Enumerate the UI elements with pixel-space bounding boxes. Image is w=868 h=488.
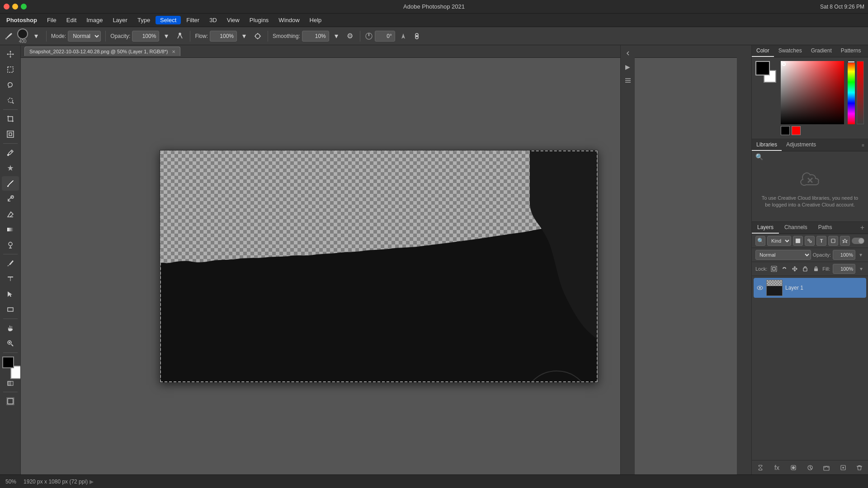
screen-mode-btn[interactable] bbox=[2, 394, 19, 408]
brush-tool-icon[interactable] bbox=[4, 31, 14, 42]
opacity-input[interactable] bbox=[132, 31, 159, 42]
heal-tool[interactable] bbox=[2, 161, 19, 175]
libraries-panel-collapse[interactable]: ≡ bbox=[858, 143, 868, 148]
crop-tool[interactable] bbox=[2, 112, 19, 126]
lock-position-btn[interactable] bbox=[791, 264, 799, 273]
panel-options-btn[interactable] bbox=[622, 74, 634, 87]
smoothing-input[interactable] bbox=[302, 31, 329, 42]
dodge-tool[interactable] bbox=[2, 238, 19, 252]
menu-plugins[interactable]: Plugins bbox=[245, 16, 274, 24]
pressure-opacity-icon[interactable] bbox=[175, 31, 185, 42]
menu-view[interactable]: View bbox=[222, 16, 244, 24]
current-color-preview[interactable] bbox=[781, 126, 790, 135]
create-group-btn[interactable] bbox=[821, 463, 831, 473]
status-expand-btn[interactable]: ▶ bbox=[90, 479, 94, 485]
add-layer-btn[interactable]: + bbox=[857, 222, 868, 234]
menu-help[interactable]: Help bbox=[305, 16, 326, 24]
smoothing-settings-icon[interactable]: ⚙ bbox=[344, 31, 355, 42]
move-tool[interactable] bbox=[2, 47, 19, 61]
blend-mode-select[interactable]: Normal bbox=[755, 250, 811, 260]
menu-layer[interactable]: Layer bbox=[108, 16, 132, 24]
add-style-btn[interactable]: fx bbox=[772, 463, 782, 473]
menu-type[interactable]: Type bbox=[133, 16, 155, 24]
clone-stamp-tool[interactable] bbox=[2, 192, 19, 206]
brush-preset-picker[interactable]: 400 bbox=[17, 28, 28, 44]
add-mask-btn[interactable] bbox=[788, 463, 798, 473]
layer-visibility-toggle[interactable] bbox=[756, 284, 764, 291]
tab-swatches[interactable]: Swatches bbox=[774, 45, 807, 57]
filter-type-icon[interactable]: T bbox=[816, 236, 826, 246]
fill-dropdown-btn[interactable]: ▾ bbox=[858, 265, 864, 272]
new-color-preview[interactable] bbox=[792, 126, 801, 135]
menu-filter[interactable]: Filter bbox=[182, 16, 204, 24]
pressure-size-icon[interactable] bbox=[398, 31, 409, 42]
eraser-tool[interactable] bbox=[2, 207, 19, 221]
fg-color-large[interactable] bbox=[755, 61, 770, 75]
minimize-button[interactable] bbox=[12, 4, 18, 9]
layer-opacity-input[interactable] bbox=[833, 250, 855, 260]
alpha-bar[interactable] bbox=[857, 61, 864, 124]
lock-artboard-btn[interactable] bbox=[802, 264, 809, 273]
foreground-color-swatch[interactable] bbox=[2, 357, 14, 368]
hand-tool[interactable] bbox=[2, 321, 19, 335]
marquee-tool[interactable] bbox=[2, 62, 19, 77]
collapse-panels-btn[interactable] bbox=[622, 47, 634, 60]
tab-layers[interactable]: Layers bbox=[752, 222, 779, 234]
menu-3d[interactable]: 3D bbox=[205, 16, 222, 24]
menu-edit[interactable]: Edit bbox=[62, 16, 81, 24]
opacity-dropdown-btn[interactable]: ▾ bbox=[857, 251, 864, 258]
flow-dropdown[interactable]: ▾ bbox=[239, 31, 250, 42]
filter-kind-select[interactable]: Kind bbox=[767, 236, 791, 246]
frame-tool[interactable] bbox=[2, 127, 19, 141]
mode-select[interactable]: Normal bbox=[68, 31, 101, 42]
document-tab[interactable]: Snapshot_2022-10-03-12.40.28.png @ 50% (… bbox=[24, 47, 180, 56]
quick-select-tool[interactable] bbox=[2, 93, 19, 108]
color-spectrum[interactable] bbox=[781, 61, 844, 124]
play-btn[interactable]: ▶ bbox=[622, 61, 634, 73]
filter-pixel-icon[interactable] bbox=[793, 236, 803, 246]
maximize-button[interactable] bbox=[21, 4, 27, 9]
add-adjustment-btn[interactable] bbox=[805, 463, 815, 473]
delete-layer-btn[interactable] bbox=[854, 463, 864, 473]
path-select-tool[interactable] bbox=[2, 287, 19, 301]
airbrush-icon[interactable] bbox=[252, 31, 263, 42]
filter-shape-icon[interactable] bbox=[828, 236, 838, 246]
tab-gradient[interactable]: Gradient bbox=[807, 45, 836, 57]
lasso-tool[interactable] bbox=[2, 78, 19, 92]
zoom-tool[interactable] bbox=[2, 336, 19, 351]
gradient-tool[interactable] bbox=[2, 222, 19, 237]
close-tab-btn[interactable]: ✕ bbox=[172, 49, 175, 54]
tab-channels[interactable]: Channels bbox=[779, 222, 813, 234]
lock-image-pixels-btn[interactable] bbox=[780, 264, 788, 273]
fill-input[interactable] bbox=[833, 264, 855, 274]
menu-image[interactable]: Image bbox=[82, 16, 107, 24]
pen-tool[interactable] bbox=[2, 256, 19, 271]
color-picker[interactable] bbox=[781, 61, 864, 135]
menu-photoshop[interactable]: Photoshop bbox=[2, 16, 42, 24]
angle-input[interactable] bbox=[375, 31, 395, 42]
menu-window[interactable]: Window bbox=[274, 16, 304, 24]
new-layer-btn[interactable] bbox=[838, 463, 848, 473]
smoothing-dropdown[interactable]: ▾ bbox=[331, 31, 342, 42]
tab-patterns[interactable]: Patterns bbox=[836, 45, 866, 57]
lock-transparent-pixels-btn[interactable] bbox=[770, 264, 778, 273]
quick-mask-toggle[interactable] bbox=[2, 375, 19, 390]
filter-toggle[interactable] bbox=[852, 238, 864, 244]
tab-libraries[interactable]: Libraries bbox=[752, 139, 782, 151]
filter-adjustment-icon[interactable] bbox=[805, 236, 815, 246]
menu-file[interactable]: File bbox=[42, 16, 61, 24]
opacity-dropdown[interactable]: ▾ bbox=[161, 31, 172, 42]
hue-bar[interactable] bbox=[848, 61, 855, 124]
link-layers-btn[interactable] bbox=[755, 463, 765, 473]
flow-input[interactable] bbox=[210, 31, 237, 42]
rectangle-tool[interactable] bbox=[2, 302, 19, 317]
text-tool[interactable] bbox=[2, 272, 19, 286]
eyedropper-tool[interactable] bbox=[2, 145, 19, 160]
brush-settings-toggle[interactable]: ▾ bbox=[31, 31, 42, 42]
brush-tool[interactable] bbox=[2, 176, 19, 191]
tab-color[interactable]: Color bbox=[752, 45, 774, 57]
tab-adjustments[interactable]: Adjustments bbox=[782, 139, 821, 151]
filter-smart-icon[interactable] bbox=[840, 236, 850, 246]
color-panel-collapse[interactable]: ≡ bbox=[865, 49, 868, 54]
lock-all-btn[interactable] bbox=[812, 264, 820, 273]
